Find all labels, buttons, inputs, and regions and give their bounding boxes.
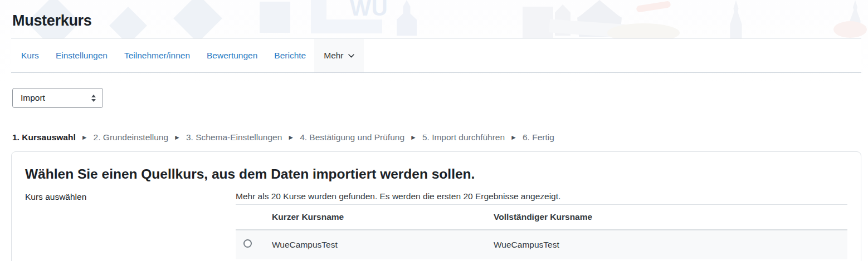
step-schema-einstellungen: 3. Schema-Einstellungen (186, 132, 282, 142)
watermark-pink-streak (636, 1, 671, 13)
watermark-pink-blob (833, 21, 867, 38)
radio-column-header (236, 205, 262, 230)
wizard-steps: 1. Kursauswahl ► 2. Grundeinstellung ► 3… (12, 132, 554, 142)
watermark-square (260, 2, 290, 33)
step-kursauswahl: 1. Kursauswahl (12, 132, 76, 142)
watermark-diamond (173, 0, 222, 43)
course-short-name: WueCampusTest (262, 230, 484, 259)
results-note: Mehr als 20 Kurse wurden gefunden. Es we… (236, 191, 847, 201)
select-updown-icon (91, 95, 96, 102)
nav-item-kurs[interactable]: Kurs (13, 39, 47, 72)
watermark-tower (397, 0, 417, 36)
import-source-card: Wählen Sie einen Quellkurs, aus dem Date… (11, 151, 861, 261)
chevron-down-icon (348, 54, 354, 58)
watermark-l-shape (311, 19, 382, 33)
nav-item-mehr[interactable]: Mehr (314, 39, 363, 72)
watermark-fortress-wall (523, 7, 553, 38)
card-heading: Wählen Sie einen Quellkurs, aus dem Date… (25, 166, 847, 182)
nav-item-bewertungen[interactable]: Bewertungen (198, 39, 266, 72)
watermark-church-spire (725, 0, 747, 39)
step-grundeinstellung: 2. Grundeinstellung (94, 132, 168, 142)
course-radio-button[interactable] (243, 239, 252, 248)
step-separator-icon: ► (174, 134, 181, 141)
course-full-name: WueCampusTest (484, 230, 847, 259)
step-import-durchfuehren: 5. Import durchführen (422, 132, 505, 142)
jump-to-select[interactable]: Import (12, 88, 103, 108)
full-name-column-header: Vollständiger Kursname (484, 205, 847, 230)
page-title: Musterkurs (12, 12, 92, 29)
nav-mehr-label: Mehr (324, 51, 343, 61)
watermark-wu-logo: WU (350, 0, 388, 21)
course-radio-cell (236, 230, 262, 259)
step-separator-icon: ► (510, 134, 517, 141)
course-select-row: Kurs auswählen Mehr als 20 Kurse wurden … (25, 191, 847, 259)
step-fertig: 6. Fertig (523, 132, 554, 142)
course-row: WueCampusTest WueCampusTest (236, 230, 847, 259)
step-bestaetigung-und-pruefung: 4. Bestätigung und Prüfung (300, 132, 404, 142)
course-nav: Kurs Einstellungen Teilnehmer/innen Bewe… (11, 38, 861, 73)
course-import-page: WU Musterkurs Kurs Einstellungen Teilneh… (0, 0, 868, 261)
step-separator-icon: ► (287, 134, 294, 141)
nav-item-einstellungen[interactable]: Einstellungen (47, 39, 116, 72)
course-select-label: Kurs auswählen (25, 191, 236, 202)
course-select-main: Mehr als 20 Kurse wurden gefunden. Es we… (236, 191, 847, 259)
short-name-column-header: Kurzer Kursname (262, 205, 484, 230)
step-separator-icon: ► (410, 134, 417, 141)
nav-item-berichte[interactable]: Berichte (266, 39, 314, 72)
step-separator-icon: ► (81, 134, 88, 141)
jump-to-select-value: Import (21, 93, 45, 103)
nav-item-teilnehmer[interactable]: Teilnehmer/innen (116, 39, 198, 72)
course-table-header-row: Kurzer Kursname Vollständiger Kursname (236, 205, 847, 230)
course-table: Kurzer Kursname Vollständiger Kursname W… (236, 204, 847, 259)
